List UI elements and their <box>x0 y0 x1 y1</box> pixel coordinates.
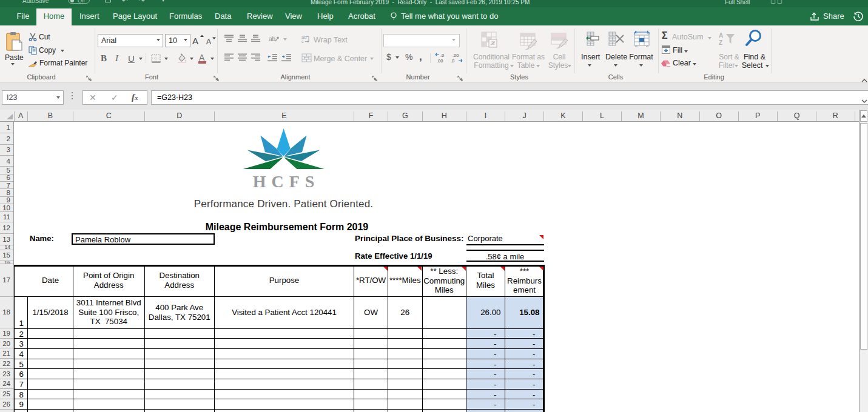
svg-text:A: A <box>192 36 198 46</box>
svg-text:A: A <box>206 38 211 46</box>
svg-text:.0: .0 <box>451 58 454 63</box>
svg-text:.00: .00 <box>437 58 443 63</box>
svg-text:.0: .0 <box>440 53 444 58</box>
svg-text:ab: ab <box>269 36 276 42</box>
svg-text:.00: .00 <box>453 53 459 58</box>
svg-text:A: A <box>719 32 723 39</box>
svg-text:c: c <box>301 39 304 44</box>
svg-text:Z: Z <box>719 39 722 46</box>
